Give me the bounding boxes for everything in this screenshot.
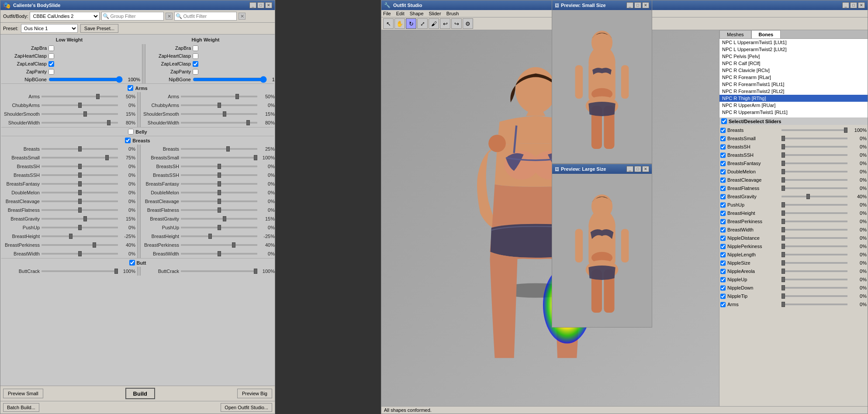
zapheartclasp-left-cb[interactable] [48,53,54,59]
outfit-filter-input[interactable] [183,14,235,19]
breastgravity-right-slider[interactable] [181,218,257,220]
os-slider-breastflatness-cb[interactable] [720,186,726,191]
breasts-right-slider[interactable] [181,148,257,150]
preview-large-minimize[interactable]: _ [626,166,633,172]
group-filter-clear[interactable]: ✕ [166,13,173,20]
os-slider-nippletip-range[interactable] [782,295,847,297]
breastsssh-left-slider[interactable] [41,174,118,176]
preview-large-close[interactable]: ✕ [642,166,649,172]
breastsssh-right-slider[interactable] [181,174,257,176]
os-slider-breastflatness-range[interactable] [782,187,847,189]
os-tool-redo[interactable]: ↪ [451,18,462,29]
preview-large-maximize[interactable]: □ [634,166,641,172]
preview-small-maximize[interactable]: □ [634,2,641,8]
bone-item[interactable]: NPC R Calf [RClf] [719,60,868,67]
os-slider-breastssmall-range[interactable] [782,138,847,139]
breasts-left-slider[interactable] [41,148,118,150]
os-slider-breastperkiness-range[interactable] [782,221,847,222]
outfit-filter-clear[interactable]: ✕ [239,13,246,20]
os-slider-nippledistance-cb[interactable] [720,235,726,241]
os-slider-nippletip-cb[interactable] [720,293,726,299]
breastwidth-right-slider[interactable] [181,253,257,255]
breastflatness-right-slider[interactable] [181,209,257,211]
arms-left-slider[interactable] [41,96,118,97]
zappanty-right-cb[interactable] [193,69,198,75]
os-tool-select[interactable]: ↖ [383,18,394,29]
breastsfantasy-left-slider[interactable] [41,183,118,185]
os-menu-slider[interactable]: Slider [429,11,441,16]
os-slider-pushup-cb[interactable] [720,202,726,208]
os-tool-undo[interactable]: ↩ [440,18,450,29]
maximize-button[interactable]: □ [257,2,264,8]
os-menu-brush[interactable]: Brush [446,11,459,16]
breastcleavage-right-slider[interactable] [181,200,257,202]
os-slider-nippleperkiness-cb[interactable] [720,244,726,249]
os-slider-breastsssh-cb[interactable] [720,152,726,158]
os-slider-nipplesize-range[interactable] [782,262,847,264]
os-menu-edit[interactable]: Edit [396,11,405,16]
preset-select[interactable]: Ous Nice 1 [21,24,78,33]
bone-item[interactable]: NPC R UpperArm [RUar] [719,102,868,109]
belly-section-cb[interactable] [128,129,134,135]
os-slider-doublemelon-range[interactable] [782,171,847,172]
buttcrack-left-slider[interactable] [41,270,118,272]
os-slider-breastheight-range[interactable] [782,212,847,214]
doublemelon-left-slider[interactable] [41,192,118,193]
bone-item[interactable]: NPC R Forearm [RLar] [719,74,868,81]
os-minimize[interactable]: _ [842,2,849,8]
breastssh-right-slider[interactable] [181,166,257,167]
butt-section-cb[interactable] [129,260,135,266]
bone-item[interactable]: NPC Pelvis [Pelv] [719,53,868,60]
os-slider-breastwidth-cb[interactable] [720,227,726,233]
os-slider-nippledown-range[interactable] [782,287,847,289]
os-slider-breastgravity-range[interactable] [782,196,847,197]
shoulderwidth-right-slider[interactable] [181,122,257,124]
os-slider-arms-cb[interactable] [720,302,726,307]
bone-item[interactable]: NPC R Clavicle [RClv] [719,67,868,74]
zapleafclasp-right-cb[interactable] [193,61,198,67]
os-slider-breastssmall-cb[interactable] [720,136,726,141]
breastheight-right-slider[interactable] [181,235,257,237]
os-slider-breastperkiness-cb[interactable] [720,219,726,224]
os-slider-breastcleavage-cb[interactable] [720,177,726,183]
buttcrack-right-slider[interactable] [181,270,257,272]
select-deselect-cb[interactable] [721,118,727,124]
batch-build-button[interactable]: Batch Build... [3,403,39,412]
zappanty-left-cb[interactable] [48,69,54,75]
breastflatness-left-slider[interactable] [41,209,118,211]
group-filter-input[interactable] [110,14,163,19]
os-tool-rotate[interactable]: ↻ [406,18,416,29]
os-maximize[interactable]: □ [850,2,857,8]
shouldersmooth-right-slider[interactable] [181,113,257,115]
os-tool-move[interactable]: ✋ [394,18,405,29]
os-viewport[interactable] [381,30,719,406]
os-slider-breastssh-cb[interactable] [720,144,726,150]
os-slider-nipplelength-range[interactable] [782,254,847,255]
bone-item[interactable]: NPC L UpperarmTwist1 [LUt1] [719,39,868,46]
os-slider-nippledown-cb[interactable] [720,285,726,291]
zapbra-right-cb[interactable] [193,45,198,51]
breastssmall-right-slider[interactable] [181,157,257,159]
preview-small-minimize[interactable]: _ [626,2,633,8]
tab-bones[interactable]: Bones [751,30,781,38]
breastssh-left-slider[interactable] [41,166,118,167]
os-slider-breastsfantasy-range[interactable] [782,162,847,164]
os-slider-nippleup-range[interactable] [782,279,847,280]
os-slider-doublemelon-cb[interactable] [720,169,726,175]
os-slider-pushup-range[interactable] [782,204,847,206]
zapleafclasp-left-cb[interactable] [48,61,54,67]
os-slider-arms-range[interactable] [782,304,847,305]
nipbgone-right-slider[interactable] [193,76,267,83]
arms-section-cb[interactable] [128,85,133,91]
os-tool-scale[interactable]: ⤢ [417,18,428,29]
chubbyarms-left-slider[interactable] [41,104,118,106]
preview-small-button[interactable]: Preview Small [3,389,43,398]
breasts-section-cb[interactable] [125,138,131,143]
os-slider-breastsfantasy-cb[interactable] [720,161,726,166]
os-slider-breasts-range[interactable] [782,129,847,131]
chubbyarms-right-slider[interactable] [181,104,257,106]
os-slider-breastcleavage-range[interactable] [782,179,847,181]
breastssmall-left-slider[interactable] [41,157,118,159]
zapbra-left-cb[interactable] [48,45,54,51]
breastperkiness-left-slider[interactable] [41,244,118,246]
